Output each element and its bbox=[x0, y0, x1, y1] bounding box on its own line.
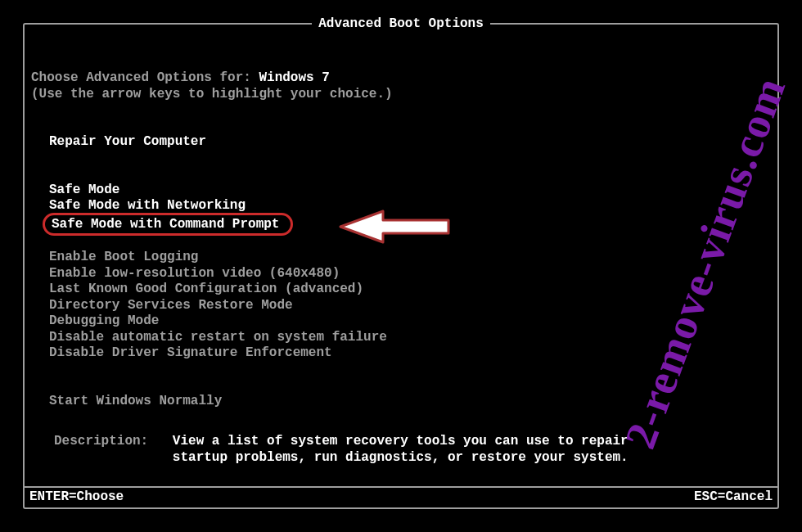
description-block: Description: View a list of system recov… bbox=[54, 434, 748, 466]
footer-bar: ENTER=Choose ESC=Cancel bbox=[25, 486, 777, 507]
menu-lkgc[interactable]: Last Known Good Configuration (advanced) bbox=[31, 282, 771, 298]
menu-boot-logging[interactable]: Enable Boot Logging bbox=[31, 250, 771, 266]
menu-no-auto-restart[interactable]: Disable automatic restart on system fail… bbox=[31, 330, 771, 346]
description-label: Description: bbox=[54, 434, 148, 449]
spacer bbox=[31, 377, 771, 394]
menu-safe-mode-cmd-row[interactable]: Safe Mode with Command Prompt bbox=[31, 214, 771, 234]
footer-enter: ENTER=Choose bbox=[29, 489, 124, 504]
menu-no-drv-sig[interactable]: Disable Driver Signature Enforcement bbox=[31, 345, 771, 362]
spacer bbox=[31, 166, 771, 183]
hint-line: (Use the arrow keys to highlight your ch… bbox=[31, 87, 771, 103]
menu-low-res[interactable]: Enable low-resolution video (640x480) bbox=[31, 266, 771, 282]
spacer bbox=[31, 151, 771, 167]
screen-title: Advanced Boot Options bbox=[312, 16, 490, 31]
footer-esc: ESC=Cancel bbox=[694, 489, 773, 504]
menu-start-normally[interactable]: Start Windows Normally bbox=[31, 394, 771, 410]
menu-debug[interactable]: Debugging Mode bbox=[31, 313, 771, 330]
description-text: View a list of system recovery tools you… bbox=[156, 434, 629, 466]
arrow-icon bbox=[334, 208, 457, 250]
spacer bbox=[31, 102, 771, 119]
menu-repair-computer[interactable]: Repair Your Computer bbox=[31, 134, 771, 151]
os-name: Windows 7 bbox=[259, 70, 329, 85]
choose-prefix: Choose Advanced Options for: bbox=[31, 70, 259, 85]
menu-ds-restore[interactable]: Directory Services Restore Mode bbox=[31, 298, 771, 314]
menu-safe-mode-cmd[interactable]: Safe Mode with Command Prompt bbox=[43, 213, 293, 236]
description-line-2: startup problems, run diagnostics, or re… bbox=[173, 450, 629, 465]
spacer bbox=[31, 362, 771, 378]
spacer bbox=[31, 119, 771, 135]
boot-options-frame: Advanced Boot Options Choose Advanced Op… bbox=[23, 23, 779, 509]
content-area: Choose Advanced Options for: Windows 7 (… bbox=[31, 70, 771, 409]
choose-line: Choose Advanced Options for: Windows 7 bbox=[31, 70, 771, 87]
description-line-1: View a list of system recovery tools you… bbox=[173, 434, 629, 449]
menu-safe-mode[interactable]: Safe Mode bbox=[31, 183, 771, 199]
